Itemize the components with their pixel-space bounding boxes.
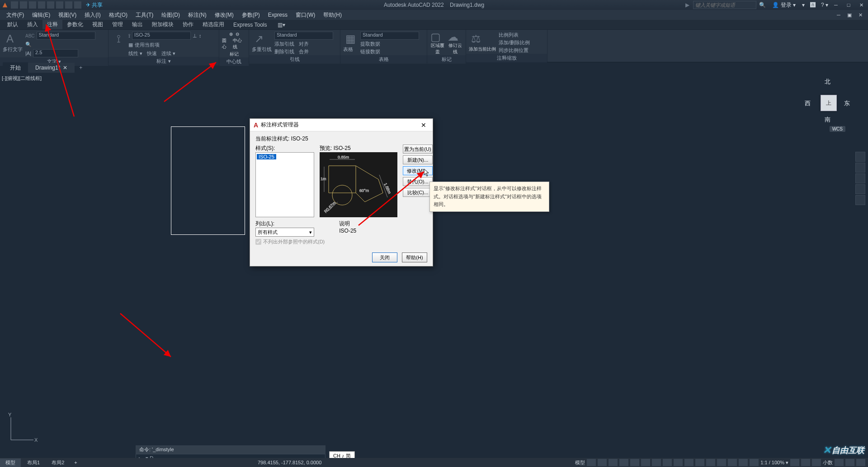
table-style-select[interactable]: Standard xyxy=(360,32,419,40)
search-input[interactable] xyxy=(693,1,756,9)
viewcube-top[interactable]: 上 xyxy=(821,95,837,111)
dyninput-icon[interactable] xyxy=(695,459,704,466)
wipeout-icon[interactable]: ▢ xyxy=(430,32,441,42)
tab-parametric[interactable]: 参数化 xyxy=(62,20,88,29)
anno-monitor-icon[interactable] xyxy=(801,459,810,466)
dim-continue-button[interactable]: 连续 ▾ xyxy=(161,50,175,57)
viewcube[interactable]: 北 南 西 东 上 WCS xyxy=(805,78,850,132)
window-maximize[interactable]: □ xyxy=(844,1,854,9)
tab-view[interactable]: 视图 xyxy=(88,20,108,29)
sel-filter-icon[interactable] xyxy=(717,459,726,466)
help-button[interactable]: 帮助(H) xyxy=(402,252,427,262)
centerline-icon[interactable]: ⊖ xyxy=(236,32,239,37)
nav-wheel-icon[interactable] xyxy=(855,152,865,162)
tab-manage[interactable]: 管理 xyxy=(108,20,127,29)
style-item-iso25[interactable]: ISO-25 xyxy=(257,154,276,159)
leader-collect[interactable]: 合并 xyxy=(299,48,309,55)
leader-remove[interactable]: 删除引线 xyxy=(274,48,294,55)
scale-adddel[interactable]: 添加/删除比例 xyxy=(499,39,530,46)
anno-vis-icon[interactable] xyxy=(739,459,748,466)
text-style-select[interactable]: Standard xyxy=(37,32,95,40)
layer-icon[interactable]: ▦ xyxy=(128,42,133,48)
mtext-icon[interactable]: A xyxy=(3,32,17,46)
layout-model[interactable]: 模型 xyxy=(0,458,21,467)
extract-data[interactable]: 提取数据 xyxy=(360,41,380,47)
viewcube-north[interactable]: 北 xyxy=(825,78,830,86)
close-tab-icon[interactable]: ✕ xyxy=(63,65,67,71)
layout-1[interactable]: 布局1 xyxy=(22,458,45,467)
transparency-icon[interactable] xyxy=(663,459,672,466)
qat-plot-icon[interactable] xyxy=(56,1,63,9)
menu-modify[interactable]: 修改(M) xyxy=(211,10,237,20)
login-button[interactable]: 👤 登录 ▾ xyxy=(772,1,796,9)
dim-tool1-icon[interactable]: ⊥ xyxy=(193,33,197,39)
tab-express[interactable]: Express Tools xyxy=(229,21,271,29)
tab-insert[interactable]: 插入 xyxy=(23,20,42,29)
customize-icon[interactable] xyxy=(856,459,865,466)
compare-button[interactable]: 比较(C)... xyxy=(403,188,433,197)
scale-sync[interactable]: 同步比例位置 xyxy=(499,47,530,54)
doc-restore[interactable]: ▣ xyxy=(844,11,854,19)
anno-auto-icon[interactable] xyxy=(750,459,759,466)
abc-icon[interactable]: ABC xyxy=(25,33,35,38)
share-button[interactable]: ✈ 共享 xyxy=(86,1,103,9)
centermark-icon[interactable]: ⊕ xyxy=(229,32,233,37)
qat-undo-icon[interactable] xyxy=(65,1,72,9)
tab-start[interactable]: 开始 xyxy=(3,62,28,74)
menu-express[interactable]: Express xyxy=(264,11,291,19)
styles-listbox[interactable]: ISO-25 xyxy=(255,152,314,217)
menu-edit[interactable]: 编辑(E) xyxy=(28,10,54,20)
dim-style-select[interactable]: ISO-25 xyxy=(132,32,191,40)
nav-zoom-icon[interactable] xyxy=(855,173,865,183)
drawing-canvas[interactable]: [-][俯视][二维线框] 北 南 西 东 上 WCS Y X xyxy=(0,73,868,453)
tab-collab[interactable]: 协作 xyxy=(178,20,198,29)
tab-drawing1[interactable]: Drawing1*✕ xyxy=(28,63,75,73)
table-icon[interactable]: ▦ xyxy=(343,32,358,46)
panel-table-label[interactable]: 表格 xyxy=(340,55,427,64)
autodesk-app-icon[interactable]: ▾ xyxy=(802,2,805,8)
dim-linear-button[interactable]: 线性 ▾ xyxy=(128,50,142,57)
osnap-icon[interactable] xyxy=(630,459,639,466)
menu-format[interactable]: 格式(O) xyxy=(105,10,131,20)
grid-icon[interactable] xyxy=(587,459,596,466)
window-close[interactable]: ✕ xyxy=(856,1,866,9)
textheight-icon[interactable]: |A| xyxy=(25,51,31,56)
snap-icon[interactable] xyxy=(598,459,607,466)
menu-view[interactable]: 视图(V) xyxy=(55,10,80,20)
qat-saveas-icon[interactable] xyxy=(38,1,45,9)
scale-list[interactable]: 比例列表 xyxy=(499,32,530,38)
tab-featured[interactable]: 精选应用 xyxy=(198,20,229,29)
leader-style-select[interactable]: Standard xyxy=(274,32,333,40)
model-space-button[interactable]: 模型 xyxy=(575,459,585,466)
viewcube-west[interactable]: 西 xyxy=(805,99,811,107)
polar-icon[interactable] xyxy=(619,459,628,466)
set-current-button[interactable]: 置为当前(U) xyxy=(403,145,433,154)
qat-new-icon[interactable] xyxy=(11,1,18,9)
tab-addins[interactable]: 附加模块 xyxy=(147,20,178,29)
menu-dimension[interactable]: 标注(N) xyxy=(184,10,210,20)
dialog-close-icon[interactable]: ✕ xyxy=(418,121,429,129)
otrack-icon[interactable] xyxy=(641,459,650,466)
qview-icon[interactable] xyxy=(835,459,844,466)
revcloud-icon[interactable]: ☁ xyxy=(448,32,458,42)
cleanscreen-icon[interactable] xyxy=(845,459,854,466)
dim-tool2-icon[interactable]: ↕ xyxy=(199,33,202,38)
nav-orbit-icon[interactable] xyxy=(855,184,865,194)
qat-cloud-icon[interactable] xyxy=(47,1,54,9)
qprops-icon[interactable] xyxy=(706,459,715,466)
units-label[interactable]: 小数 xyxy=(823,459,833,466)
link-data[interactable]: 链接数据 xyxy=(360,48,380,55)
override-button[interactable]: 替代(O)... xyxy=(403,177,433,186)
help-icon[interactable]: ? ▾ xyxy=(821,2,828,8)
viewcube-east[interactable]: 东 xyxy=(844,99,850,107)
dimstyle-icon[interactable]: ⟟ xyxy=(128,33,130,39)
new-tab-icon[interactable]: + xyxy=(75,65,87,71)
menu-draw[interactable]: 绘图(D) xyxy=(158,10,184,20)
viewcube-south[interactable]: 南 xyxy=(825,116,830,124)
gizmo-icon[interactable] xyxy=(728,459,737,466)
text-height-select[interactable]: 2.5 xyxy=(33,49,78,57)
tab-annotate[interactable]: 注释 xyxy=(42,20,62,29)
menu-file[interactable]: 文件(F) xyxy=(3,10,28,20)
qat-open-icon[interactable] xyxy=(20,1,27,9)
menu-help[interactable]: 帮助(H) xyxy=(320,10,345,20)
